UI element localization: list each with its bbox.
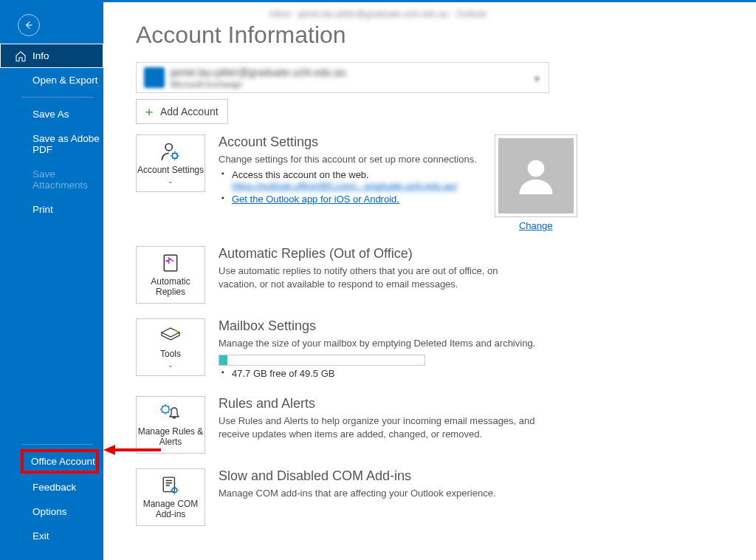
sidebar-item-save-as[interactable]: Save As: [0, 102, 103, 126]
auto-replies-desc: Use automatic replies to notify others t…: [219, 264, 536, 291]
profile-picture-placeholder: [498, 138, 574, 214]
rules-alerts-icon: [159, 403, 182, 423]
add-account-button[interactable]: ＋ Add Account: [136, 99, 228, 124]
sidebar-item-save-adobe-pdf[interactable]: Save as Adobe PDF: [0, 126, 103, 162]
rules-alerts-heading: Rules and Alerts: [219, 396, 543, 412]
sidebar-item-feedback[interactable]: Feedback: [0, 475, 103, 499]
com-addins-desc: Manage COM add-ins that are affecting yo…: [219, 487, 496, 500]
auto-replies-icon: [161, 253, 180, 273]
mailbox-free-space: 47.7 GB free of 49.5 GB: [219, 368, 535, 379]
chevron-down-icon: ⌄: [168, 361, 173, 369]
chevron-down-icon: ▾: [535, 73, 540, 84]
annotation-arrow-icon: [103, 443, 162, 457]
svg-marker-1: [103, 445, 115, 455]
sidebar-item-save-attachments: Save Attachments: [0, 162, 103, 197]
mobile-app-link[interactable]: Get the Outlook app for iOS or Android.: [232, 194, 399, 205]
sidebar-item-info[interactable]: Info: [0, 44, 103, 68]
owa-link[interactable]: https://outlook.office365.com/...graduat…: [232, 180, 457, 191]
account-email: jamie.lau-pitter@graduate.uchi.edu.au: [171, 66, 346, 79]
plus-icon: ＋: [142, 103, 156, 120]
chevron-down-icon: ⌄: [168, 177, 173, 185]
window-titlebar: Inbox · jamie.lau-pitter@graduate.uchi.e…: [0, 4, 756, 24]
sidebar-item-office-account[interactable]: Office Account: [21, 449, 99, 474]
backstage-sidebar: Info Open & Export Save As Save as Adobe…: [0, 2, 103, 560]
page-title: Account Information: [136, 21, 756, 49]
account-settings-tile[interactable]: Account Settings ⌄: [136, 134, 205, 192]
svg-point-2: [165, 144, 172, 151]
sidebar-item-options[interactable]: Options: [0, 499, 103, 524]
auto-replies-heading: Automatic Replies (Out of Office): [219, 246, 536, 262]
account-selector-dropdown[interactable]: jamie.lau-pitter@graduate.uchi.edu.au Mi…: [136, 62, 549, 93]
mailbox-usage-bar: [219, 355, 425, 366]
svg-point-6: [162, 406, 169, 413]
svg-rect-7: [163, 477, 174, 492]
account-settings-tile-icon: [160, 141, 181, 162]
sidebar-item-exit[interactable]: Exit: [0, 524, 103, 548]
svg-point-3: [172, 154, 177, 159]
nav-separator: [22, 97, 93, 98]
exchange-icon: [144, 67, 165, 88]
sidebar-item-open-export[interactable]: Open & Export: [0, 68, 103, 92]
sidebar-item-print[interactable]: Print: [0, 197, 103, 222]
profile-picture-frame: [495, 134, 577, 217]
mailbox-settings-desc: Manage the size of your mailbox by empty…: [219, 337, 535, 350]
account-settings-desc: Change settings for this account or set …: [219, 153, 477, 166]
svg-rect-5: [164, 255, 176, 271]
tools-icon: [160, 325, 181, 346]
account-settings-heading: Account Settings: [219, 134, 477, 150]
automatic-replies-tile[interactable]: Automatic Replies: [136, 246, 205, 304]
com-addins-icon: [161, 475, 180, 496]
rules-alerts-desc: Use Rules and Alerts to help organize yo…: [219, 414, 543, 441]
tools-tile[interactable]: Tools ⌄: [136, 318, 205, 376]
com-addins-heading: Slow and Disabled COM Add-ins: [219, 468, 496, 484]
person-icon: [514, 154, 558, 198]
home-icon: [15, 50, 27, 62]
account-type: Microsoft Exchange: [171, 79, 346, 89]
mailbox-settings-heading: Mailbox Settings: [219, 318, 535, 334]
svg-point-4: [528, 160, 545, 177]
change-picture-link[interactable]: Change: [519, 220, 553, 231]
nav-separator: [22, 444, 93, 445]
manage-com-addins-tile[interactable]: Manage COM Add-ins: [136, 468, 205, 526]
main-content: Account Information jamie.lau-pitter@gra…: [103, 2, 756, 560]
